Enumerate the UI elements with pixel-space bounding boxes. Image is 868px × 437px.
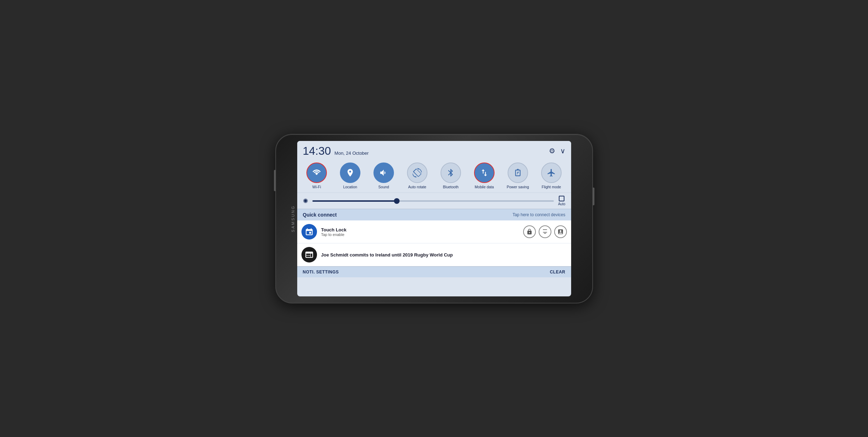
bluetooth-icon: [446, 168, 455, 177]
autorotate-icon: [413, 168, 422, 177]
touchlock-icon: [305, 227, 314, 236]
clock-date: Mon, 24 October: [335, 150, 369, 156]
brightness-slider[interactable]: [312, 200, 554, 202]
sound-icon: [379, 168, 388, 177]
news-title: Joe Schmidt commits to Ireland until 201…: [321, 252, 567, 258]
touchlock-action-media[interactable]: [554, 225, 567, 238]
news-text: Joe Schmidt commits to Ireland until 201…: [321, 252, 567, 258]
wifi-toggle-circle[interactable]: [306, 163, 327, 183]
toggle-flightmode[interactable]: Flight mode: [539, 163, 563, 189]
noti-settings-button[interactable]: NOTI. SETTINGS: [303, 270, 339, 274]
touchlock-actions: [523, 225, 567, 238]
brightness-icon: ✺: [303, 197, 308, 205]
bottom-bar: NOTI. SETTINGS CLEAR: [297, 266, 571, 277]
auto-brightness-checkbox[interactable]: [559, 196, 564, 201]
settings-icon[interactable]: ⚙: [549, 147, 555, 155]
quick-connect-label: Quick connect: [303, 212, 337, 218]
quick-connect-hint: Tap here to connect devices: [513, 212, 565, 217]
toggle-location[interactable]: Location: [338, 163, 362, 189]
power-button[interactable]: [593, 188, 594, 205]
screen-icon: [542, 229, 548, 235]
touchlock-action-screen[interactable]: [539, 225, 551, 238]
auto-text: Auto: [558, 202, 565, 206]
flightmode-toggle-circle[interactable]: [541, 163, 562, 183]
brightness-row: ✺ Auto: [297, 193, 571, 209]
samsung-brand-label: SAMSUNG: [291, 205, 295, 232]
media-icon: [557, 229, 564, 235]
toggle-powersaving[interactable]: Power saving: [506, 163, 530, 189]
clock-time: 14:30: [303, 144, 331, 158]
powersaving-label: Power saving: [507, 185, 529, 189]
brightness-fill: [312, 200, 397, 202]
flightmode-icon: [547, 168, 556, 177]
touchlock-subtitle: Tap to enable: [321, 232, 519, 237]
quick-toggles-panel: Wi-Fi Location Sound: [297, 160, 571, 193]
volume-button[interactable]: [274, 170, 276, 191]
sound-label: Sound: [378, 185, 389, 189]
autorotate-toggle-circle[interactable]: [407, 163, 427, 183]
bluetooth-label: Bluetooth: [443, 185, 459, 189]
touchlock-title: Touch Lock: [321, 227, 519, 232]
location-label: Location: [343, 185, 357, 189]
lock-icon: [526, 229, 533, 235]
toggle-sound[interactable]: Sound: [372, 163, 396, 189]
mobiledata-icon: [480, 168, 489, 177]
wifi-label: Wi-Fi: [312, 185, 321, 189]
location-icon: [346, 168, 355, 177]
clear-button[interactable]: CLEAR: [550, 270, 565, 274]
location-toggle-circle[interactable]: [340, 163, 360, 183]
news-icon: [305, 250, 314, 259]
notifications-area: Touch Lock Tap to enable: [297, 220, 571, 266]
mobiledata-label: Mobile data: [475, 185, 494, 189]
wifi-icon: [312, 168, 321, 177]
autorotate-label: Auto rotate: [408, 185, 426, 189]
top-bar: 14:30 Mon, 24 October ⚙ ∨: [297, 141, 571, 160]
touchlock-icon-circle: [301, 224, 317, 240]
collapse-icon[interactable]: ∨: [560, 147, 565, 155]
powersaving-icon: [513, 168, 522, 177]
flightmode-label: Flight mode: [542, 185, 561, 189]
toggle-wifi[interactable]: Wi-Fi: [305, 163, 329, 189]
quick-connect-row[interactable]: Quick connect Tap here to connect device…: [297, 209, 571, 220]
auto-brightness-label: Auto: [558, 196, 565, 206]
toggle-bluetooth[interactable]: Bluetooth: [439, 163, 463, 189]
touchlock-text: Touch Lock Tap to enable: [321, 227, 519, 237]
powersaving-toggle-circle[interactable]: [508, 163, 528, 183]
brightness-thumb[interactable]: [394, 198, 400, 204]
touchlock-action-lock[interactable]: [523, 225, 536, 238]
notification-touchlock[interactable]: Touch Lock Tap to enable: [297, 220, 571, 243]
sound-toggle-circle[interactable]: [373, 163, 394, 183]
notification-news[interactable]: Joe Schmidt commits to Ireland until 201…: [297, 243, 571, 266]
phone-screen: 14:30 Mon, 24 October ⚙ ∨ Wi-Fi: [297, 141, 571, 296]
mobiledata-toggle-circle[interactable]: [474, 163, 495, 183]
bluetooth-toggle-circle[interactable]: [441, 163, 461, 183]
phone-device: SAMSUNG 14:30 Mon, 24 October ⚙ ∨: [275, 134, 593, 303]
news-icon-circle: [301, 247, 317, 262]
toggle-autorotate[interactable]: Auto rotate: [405, 163, 429, 189]
top-bar-left: 14:30 Mon, 24 October: [303, 144, 369, 158]
top-bar-right: ⚙ ∨: [549, 147, 565, 155]
toggle-mobiledata[interactable]: Mobile data: [472, 163, 496, 189]
